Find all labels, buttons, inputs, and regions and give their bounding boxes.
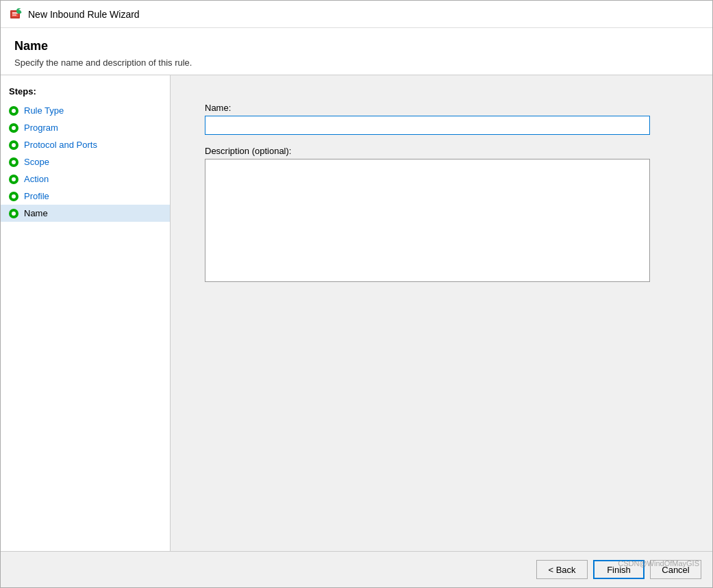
step-dot-profile: [9, 192, 18, 201]
sidebar-item-protocol-and-ports[interactable]: Protocol and Ports: [1, 136, 170, 153]
step-dot-scope: [9, 157, 18, 167]
back-button[interactable]: < Back: [536, 560, 588, 579]
name-input[interactable]: [205, 116, 650, 135]
steps-label: Steps:: [1, 84, 170, 102]
wizard-icon: ✦: [9, 8, 23, 21]
description-label: Description (optional):: [205, 146, 678, 156]
step-label-program: Program: [24, 123, 58, 133]
form-section: Name: Description (optional):: [205, 103, 678, 537]
step-label-profile: Profile: [24, 191, 49, 201]
svg-text:✦: ✦: [18, 8, 23, 15]
step-label-action: Action: [24, 174, 49, 184]
sidebar-item-program[interactable]: Program: [1, 119, 170, 136]
step-label-protocol-and-ports: Protocol and Ports: [24, 140, 97, 150]
sidebar-item-name[interactable]: Name: [1, 205, 170, 222]
step-label-rule-type: Rule Type: [24, 105, 64, 116]
step-dot-name: [9, 209, 18, 218]
page-subtitle: Specify the name and description of this…: [14, 57, 699, 68]
step-label-scope: Scope: [24, 157, 49, 167]
title-bar-text: New Inbound Rule Wizard: [28, 9, 140, 20]
title-bar: ✦ New Inbound Rule Wizard: [1, 1, 712, 28]
sidebar-item-profile[interactable]: Profile: [1, 188, 170, 205]
description-textarea[interactable]: [205, 159, 650, 282]
page-title: Name: [14, 39, 699, 53]
watermark-text: CSDN@WindOfMayGIS: [618, 559, 699, 567]
steps-panel: Steps: Rule TypeProgramProtocol and Port…: [1, 75, 171, 551]
main-content: Steps: Rule TypeProgramProtocol and Port…: [1, 75, 712, 551]
step-dot-program: [9, 123, 18, 133]
footer-buttons: < Back Finish Cancel: [1, 551, 712, 587]
svg-rect-3: [12, 14, 16, 16]
description-form-group: Description (optional):: [205, 146, 678, 284]
sidebar-item-scope[interactable]: Scope: [1, 153, 170, 170]
step-label-name: Name: [24, 208, 48, 218]
sidebar-item-rule-type[interactable]: Rule Type: [1, 102, 170, 119]
step-dot-rule-type: [9, 106, 18, 116]
header-section: Name Specify the name and description of…: [1, 28, 712, 75]
content-area: Name: Description (optional):: [171, 75, 712, 551]
step-dot-protocol-and-ports: [9, 140, 18, 150]
name-form-group: Name:: [205, 103, 678, 135]
wizard-container: ✦ New Inbound Rule Wizard Name Specify t…: [0, 0, 713, 588]
sidebar-item-action[interactable]: Action: [1, 170, 170, 188]
name-label: Name:: [205, 103, 678, 113]
steps-list: Rule TypeProgramProtocol and PortsScopeA…: [1, 102, 170, 222]
step-dot-action: [9, 175, 18, 184]
